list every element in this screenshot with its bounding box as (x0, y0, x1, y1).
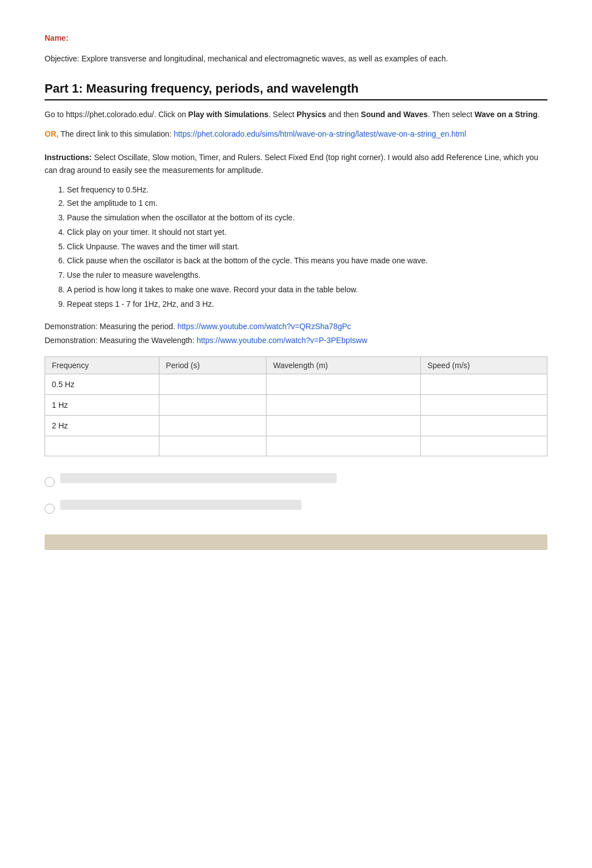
period-2hz[interactable] (159, 416, 266, 436)
demo-wavelength-line: Demonstration: Measuring the Wavelength:… (45, 334, 547, 348)
col-header-period: Period (s) (159, 357, 266, 374)
demo-period-link[interactable]: https://www.youtube.com/watch?v=QRzSha78… (177, 322, 351, 331)
step-9: Repeat steps 1 - 7 for 1Hz, 2Hz, and 3 H… (67, 298, 547, 311)
col-header-wavelength: Wavelength (m) (266, 357, 420, 374)
or-line: OR, The direct link to this simulation: … (45, 128, 547, 140)
period-1hz[interactable] (159, 395, 266, 416)
step-2: Set the amplitude to 1 cm. (67, 197, 547, 210)
blurred-footer-bar (45, 534, 547, 550)
col-header-speed: Speed (m/s) (420, 357, 547, 374)
part1-heading: Part 1: Measuring frequency, periods, an… (45, 81, 547, 100)
step-7: Use the ruler to measure wavelengths. (67, 269, 547, 282)
freq-1hz: 1 Hz (45, 395, 159, 416)
blurred-section (45, 473, 547, 550)
speed-2hz[interactable] (420, 416, 547, 436)
blurred-line-1 (60, 473, 337, 483)
steps-list: Set frequency to 0.5Hz. Set the amplitud… (67, 184, 547, 311)
demo-section: Demonstration: Measuring the period. htt… (45, 320, 547, 348)
instructions-bold: Instructions: (45, 153, 92, 162)
freq-2hz: 2 Hz (45, 416, 159, 436)
step-6: Click pause when the oscillator is back … (67, 254, 547, 268)
step-1: Set frequency to 0.5Hz. (67, 184, 547, 197)
step-8: A period is how long it takes to make on… (67, 283, 547, 297)
table-row (45, 436, 547, 456)
table-row: 1 Hz (45, 395, 547, 416)
speed-05hz[interactable] (420, 374, 547, 395)
speed-1hz[interactable] (420, 395, 547, 416)
freq-empty (45, 436, 159, 456)
demo-period-line: Demonstration: Measuring the period. htt… (45, 320, 547, 334)
col-header-frequency: Frequency (45, 357, 159, 374)
wavelength-2hz[interactable] (266, 416, 420, 436)
table-row: 0.5 Hz (45, 374, 547, 395)
step-4: Click play on your timer. It should not … (67, 226, 547, 239)
table-row: 2 Hz (45, 416, 547, 436)
wavelength-1hz[interactable] (266, 395, 420, 416)
period-05hz[interactable] (159, 374, 266, 395)
table-header-row: Frequency Period (s) Wavelength (m) Spee… (45, 357, 547, 374)
or-label: OR, (45, 129, 59, 138)
freq-05hz: 0.5 Hz (45, 374, 159, 395)
blurred-line-2 (60, 500, 302, 510)
instructions-text: Instructions: Select Oscillate, Slow mot… (45, 151, 547, 177)
goto-text: Go to https://phet.colorado.edu/. Click … (45, 108, 547, 120)
wavelength-empty[interactable] (266, 436, 420, 456)
wavelength-05hz[interactable] (266, 374, 420, 395)
name-label: Name: (45, 33, 547, 42)
sim-link[interactable]: https://phet.colorado.edu/sims/html/wave… (174, 129, 466, 138)
data-table: Frequency Period (s) Wavelength (m) Spee… (45, 356, 547, 456)
period-empty[interactable] (159, 436, 266, 456)
objective-text: Objective: Explore transverse and longit… (45, 52, 547, 65)
speed-empty[interactable] (420, 436, 547, 456)
step-3: Pause the simulation when the oscillator… (67, 211, 547, 225)
demo-wavelength-link[interactable]: https://www.youtube.com/watch?v=P-3PEbpI… (197, 336, 367, 345)
step-5: Click Unpause. The waves and the timer w… (67, 240, 547, 254)
